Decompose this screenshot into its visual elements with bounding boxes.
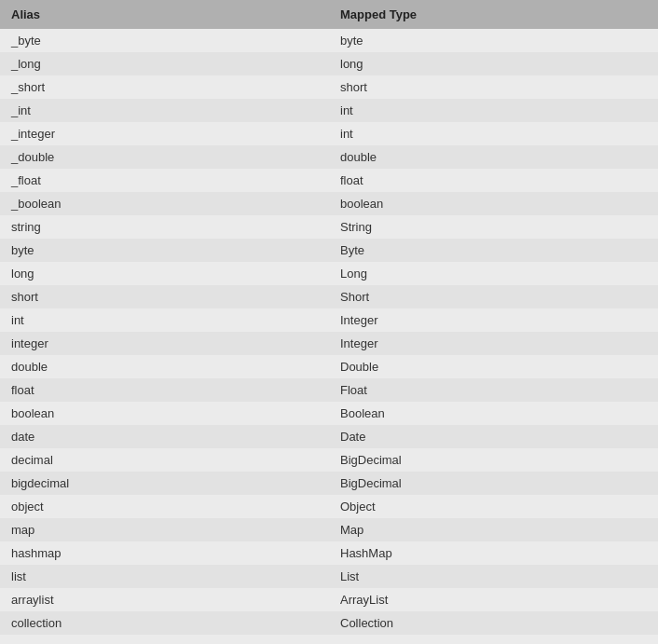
cell-mapped-type: BigDecimal [329, 472, 658, 495]
cell-mapped-type: ArrayList [329, 588, 658, 611]
cell-alias: _int [0, 99, 329, 122]
cell-mapped-type: Object [329, 495, 658, 518]
table-row: _intint [0, 99, 658, 122]
table-row: objectObject [0, 495, 658, 518]
cell-alias: arraylist [0, 588, 329, 611]
cell-alias: byte [0, 239, 329, 262]
cell-alias: float [0, 378, 329, 402]
header-alias: Alias [0, 0, 329, 29]
cell-alias: long [0, 262, 329, 285]
table-row: intInteger [0, 308, 658, 332]
table-row: booleanBoolean [0, 402, 658, 425]
table-row: _doubledouble [0, 145, 658, 169]
table-row: doubleDouble [0, 355, 658, 378]
cell-alias: bigdecimal [0, 472, 329, 495]
table-row: listList [0, 565, 658, 588]
cell-mapped-type: String [329, 215, 658, 239]
table-row: collectionCollection [0, 611, 658, 635]
cell-alias: _float [0, 169, 329, 192]
cell-mapped-type: boolean [329, 192, 658, 215]
table-row: longLong [0, 262, 658, 285]
cell-alias: string [0, 215, 329, 239]
cell-mapped-type: Byte [329, 239, 658, 262]
cell-mapped-type: Integer [329, 332, 658, 355]
cell-alias: _byte [0, 29, 329, 52]
cell-alias: _long [0, 52, 329, 75]
cell-alias: _boolean [0, 192, 329, 215]
table-row: shortShort [0, 285, 658, 308]
table-row: _bytebyte [0, 29, 658, 52]
alias-type-table: Alias Mapped Type _bytebyte_longlong_sho… [0, 0, 658, 635]
table-row: _shortshort [0, 75, 658, 99]
cell-mapped-type: Long [329, 262, 658, 285]
cell-mapped-type: int [329, 122, 658, 145]
cell-alias: _integer [0, 122, 329, 145]
cell-alias: collection [0, 611, 329, 635]
table-row: decimalBigDecimal [0, 448, 658, 472]
table-row: integerInteger [0, 332, 658, 355]
cell-mapped-type: List [329, 565, 658, 588]
table-row: arraylistArrayList [0, 588, 658, 611]
cell-alias: int [0, 308, 329, 332]
cell-mapped-type: Date [329, 425, 658, 448]
cell-mapped-type: HashMap [329, 541, 658, 565]
header-mapped-type: Mapped Type [329, 0, 658, 29]
cell-mapped-type: int [329, 99, 658, 122]
table-container: Alias Mapped Type _bytebyte_longlong_sho… [0, 0, 658, 644]
cell-mapped-type: Map [329, 518, 658, 541]
table-row: bigdecimalBigDecimal [0, 472, 658, 495]
cell-mapped-type: BigDecimal [329, 448, 658, 472]
cell-mapped-type: Short [329, 285, 658, 308]
cell-alias: _short [0, 75, 329, 99]
table-row: stringString [0, 215, 658, 239]
cell-alias: double [0, 355, 329, 378]
cell-mapped-type: float [329, 169, 658, 192]
table-row: hashmapHashMap [0, 541, 658, 565]
cell-alias: short [0, 285, 329, 308]
cell-alias: date [0, 425, 329, 448]
cell-mapped-type: Double [329, 355, 658, 378]
table-row: _booleanboolean [0, 192, 658, 215]
table-row: _longlong [0, 52, 658, 75]
cell-mapped-type: long [329, 52, 658, 75]
table-row: byteByte [0, 239, 658, 262]
table-row: floatFloat [0, 378, 658, 402]
cell-mapped-type: byte [329, 29, 658, 52]
table-header-row: Alias Mapped Type [0, 0, 658, 29]
cell-alias: list [0, 565, 329, 588]
cell-mapped-type: Integer [329, 308, 658, 332]
cell-mapped-type: short [329, 75, 658, 99]
cell-mapped-type: double [329, 145, 658, 169]
cell-alias: hashmap [0, 541, 329, 565]
table-row: dateDate [0, 425, 658, 448]
cell-mapped-type: Float [329, 378, 658, 402]
table-row: mapMap [0, 518, 658, 541]
table-row: _integerint [0, 122, 658, 145]
cell-alias: decimal [0, 448, 329, 472]
cell-alias: _double [0, 145, 329, 169]
table-row: _floatfloat [0, 169, 658, 192]
cell-mapped-type: Boolean [329, 402, 658, 425]
cell-alias: map [0, 518, 329, 541]
cell-alias: boolean [0, 402, 329, 425]
cell-alias: object [0, 495, 329, 518]
cell-mapped-type: Collection [329, 611, 658, 635]
cell-alias: integer [0, 332, 329, 355]
